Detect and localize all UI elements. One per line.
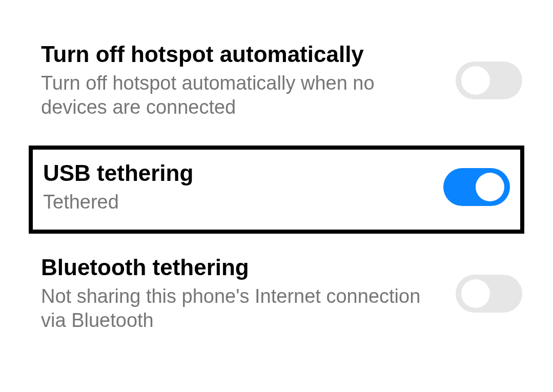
- toggle-hotspot-auto-off[interactable]: [456, 61, 522, 99]
- toggle-usb-tethering[interactable]: [443, 168, 510, 206]
- setting-subtitle: Not sharing this phone's Internet connec…: [41, 284, 435, 333]
- setting-subtitle: Tethered: [43, 190, 423, 215]
- setting-text: USB tethering Tethered: [43, 160, 443, 214]
- setting-text: Bluetooth tethering Not sharing this pho…: [41, 254, 456, 333]
- setting-hotspot-auto-off[interactable]: Turn off hotspot automatically Turn off …: [0, 31, 553, 135]
- setting-text: Turn off hotspot automatically Turn off …: [41, 41, 456, 120]
- setting-usb-tethering[interactable]: USB tethering Tethered: [29, 146, 524, 234]
- setting-bluetooth-tethering[interactable]: Bluetooth tethering Not sharing this pho…: [0, 244, 553, 348]
- setting-title: Turn off hotspot automatically: [41, 41, 435, 68]
- toggle-knob: [476, 173, 504, 201]
- toggle-knob: [461, 279, 490, 308]
- setting-title: USB tethering: [43, 160, 423, 187]
- setting-title: Bluetooth tethering: [41, 254, 435, 281]
- toggle-bluetooth-tethering[interactable]: [456, 275, 522, 313]
- setting-subtitle: Turn off hotspot automatically when no d…: [41, 71, 435, 120]
- toggle-knob: [461, 66, 490, 95]
